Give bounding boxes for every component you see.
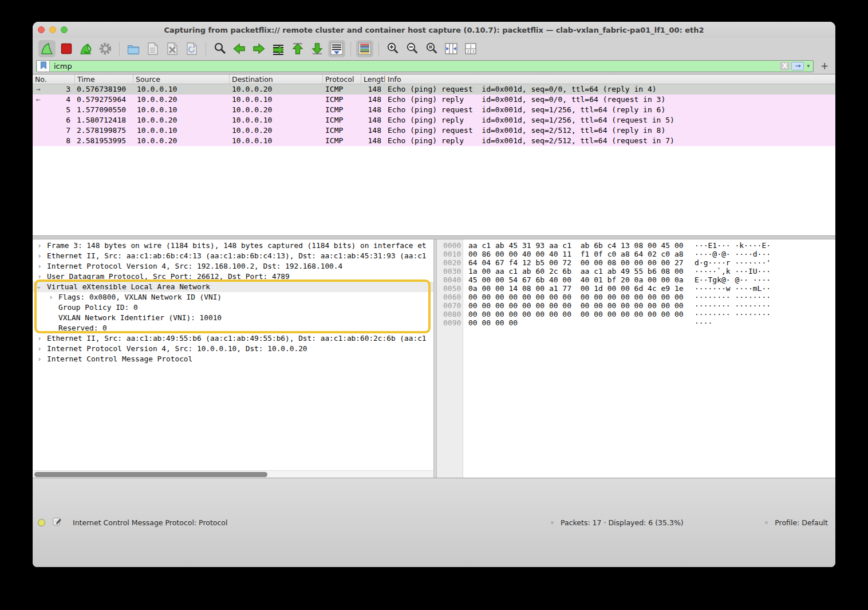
restart-capture-button[interactable] <box>77 40 94 57</box>
filter-dropdown-caret[interactable]: ▾ <box>806 63 811 69</box>
toolbar-separator <box>206 42 206 56</box>
status-profile[interactable]: Profile: Default <box>775 518 828 527</box>
expand-chevron-icon[interactable] <box>37 241 47 251</box>
detail-row[interactable]: Ethernet II, Src: aa:c1:ab:49:55:b6 (aa:… <box>33 333 433 344</box>
expand-chevron-icon[interactable] <box>37 354 47 364</box>
expand-chevron-icon[interactable] <box>37 251 47 261</box>
hex-row[interactable]: 004045 00 00 54 67 6b 40 00 40 01 bf 20 … <box>437 276 835 284</box>
hex-row[interactable]: 00500a 00 00 14 08 00 a1 77 00 1d 00 00 … <box>437 284 835 293</box>
go-back-button[interactable] <box>231 40 248 57</box>
pane-splitter-horizontal[interactable] <box>33 235 835 239</box>
binary-document-icon <box>147 42 159 56</box>
hex-row[interactable]: 0000aa c1 ab 45 31 93 aa c1 ab 6b c4 13 … <box>437 241 835 250</box>
hex-row[interactable]: 007000 00 00 00 00 00 00 00 00 00 00 00 … <box>437 301 835 310</box>
hex-row[interactable]: 009000 00 00 00···· <box>437 318 835 327</box>
zoom-window-button[interactable] <box>61 26 68 33</box>
status-separator-dot <box>551 521 554 524</box>
gear-icon <box>98 42 112 56</box>
capture-options-button[interactable] <box>97 40 114 57</box>
hex-row[interactable]: 002064 04 67 f4 12 b5 00 72 00 00 08 00 … <box>437 258 835 267</box>
hex-row[interactable]: 001000 86 00 00 40 00 40 11 f1 0f c0 a8 … <box>437 250 835 258</box>
packet-details-pane: Frame 3: 148 bytes on wire (1184 bits), … <box>33 239 433 478</box>
toolbar-separator <box>378 42 379 56</box>
arrow-down-bar-icon <box>310 42 324 56</box>
packet-row[interactable]: 3 0.576738190 10.0.0.10 10.0.0.20 ICMP 1… <box>33 84 835 95</box>
expand-chevron-icon[interactable] <box>37 333 47 344</box>
detail-row[interactable]: Virtual eXtensible Local Area Network <box>33 282 433 292</box>
details-scrollbar-thumb[interactable] <box>34 472 267 477</box>
expand-chevron-icon[interactable] <box>37 344 47 354</box>
filter-bookmark-button[interactable] <box>37 61 50 72</box>
hex-row[interactable]: 008000 00 00 00 00 00 00 00 00 00 00 00 … <box>437 310 835 318</box>
detail-row[interactable]: Flags: 0x0800, VXLAN Network ID (VNI) <box>33 292 433 302</box>
zoom-in-button[interactable] <box>384 40 401 57</box>
hex-row[interactable]: 00301a 00 aa c1 ab 60 2c 6b aa c1 ab 49 … <box>437 267 835 276</box>
layout-chooser-button[interactable]: 123 <box>462 40 479 57</box>
direction-arrow-icon <box>36 84 41 95</box>
filter-value[interactable]: icmp <box>50 62 780 70</box>
capture-comment-icon[interactable] <box>53 517 61 528</box>
column-header-time[interactable]: Time <box>74 74 133 84</box>
display-filter-input[interactable]: icmp X → ▾ <box>36 60 814 72</box>
colorize-toggle[interactable] <box>356 40 373 57</box>
column-header-no[interactable]: No. <box>33 74 74 84</box>
search-icon <box>213 42 227 56</box>
go-to-top-button[interactable] <box>289 40 306 57</box>
column-header-protocol[interactable]: Protocol <box>322 74 361 84</box>
filter-clear-button[interactable]: X <box>780 62 790 70</box>
detail-row[interactable]: Group Policy ID: 0 <box>33 302 433 313</box>
column-header-info[interactable]: Info <box>385 74 835 84</box>
expand-chevron-icon[interactable] <box>37 271 47 282</box>
detail-row[interactable]: Ethernet II, Src: aa:c1:ab:6b:c4:13 (aa:… <box>33 251 433 261</box>
svg-text:3: 3 <box>472 49 474 54</box>
packet-row[interactable]: 4 0.579275964 10.0.0.20 10.0.0.10 ICMP 1… <box>33 95 835 105</box>
wireshark-window: Capturing from packetflix:// remote clus… <box>33 22 835 567</box>
filter-add-button[interactable]: + <box>818 60 831 72</box>
detail-row[interactable]: Frame 3: 148 bytes on wire (1184 bits), … <box>33 241 433 251</box>
start-capture-button[interactable] <box>38 40 56 57</box>
packet-row[interactable]: 5 1.577090550 10.0.0.10 10.0.0.20 ICMP 1… <box>33 105 835 115</box>
layout-icon: 123 <box>464 42 478 56</box>
packet-list-empty-area <box>33 146 835 235</box>
packet-details-tree: Frame 3: 148 bytes on wire (1184 bits), … <box>33 241 433 364</box>
expand-chevron-icon[interactable] <box>37 282 47 292</box>
detail-row[interactable]: User Datagram Protocol, Src Port: 26612,… <box>33 271 433 282</box>
open-file-button[interactable] <box>125 40 142 57</box>
resize-columns-button[interactable] <box>443 40 460 57</box>
column-header-length[interactable]: Length <box>361 74 385 84</box>
column-header-source[interactable]: Source <box>133 74 229 84</box>
save-file-button[interactable] <box>144 40 161 57</box>
detail-row[interactable]: Internet Protocol Version 4, Src: 192.16… <box>33 261 433 271</box>
find-packet-button[interactable] <box>211 40 228 57</box>
zoom-reset-button[interactable] <box>423 40 440 57</box>
detail-row[interactable]: VXLAN Network Identifier (VNI): 10010 <box>33 313 433 323</box>
zoom-in-icon <box>386 42 400 56</box>
packet-row[interactable]: 6 1.580712418 10.0.0.20 10.0.0.10 ICMP 1… <box>33 115 835 125</box>
go-to-bottom-button[interactable] <box>309 40 326 57</box>
close-window-button[interactable] <box>38 26 45 33</box>
packet-row[interactable]: 8 2.581953995 10.0.0.20 10.0.0.10 ICMP 1… <box>33 136 835 146</box>
hex-row[interactable]: 006000 00 00 00 00 00 00 00 00 00 00 00 … <box>437 293 835 301</box>
detail-row[interactable]: Internet Control Message Protocol <box>33 354 433 364</box>
expert-info-icon[interactable] <box>38 519 45 526</box>
zoom-out-button[interactable] <box>404 40 421 57</box>
close-file-button[interactable] <box>164 40 181 57</box>
go-to-packet-button[interactable] <box>270 40 287 57</box>
expand-chevron-icon[interactable] <box>37 261 47 271</box>
arrow-up-bar-icon <box>291 42 305 56</box>
auto-scroll-toggle[interactable] <box>328 40 345 57</box>
stop-capture-button[interactable] <box>58 40 75 57</box>
packet-list-header: No. Time Source Destination Protocol Len… <box>33 74 835 84</box>
minimize-window-button[interactable] <box>49 26 56 33</box>
detail-row[interactable]: Internet Protocol Version 4, Src: 10.0.0… <box>33 344 433 354</box>
reload-file-button[interactable] <box>183 40 200 57</box>
go-forward-button[interactable] <box>250 40 267 57</box>
packet-row[interactable]: 7 2.578199875 10.0.0.10 10.0.0.20 ICMP 1… <box>33 125 835 136</box>
column-header-destination[interactable]: Destination <box>229 74 322 84</box>
filter-apply-button[interactable]: → <box>791 62 804 70</box>
expand-chevron-icon[interactable] <box>49 292 58 302</box>
packet-bytes-pane: 0000aa c1 ab 45 31 93 aa c1 ab 6b c4 13 … <box>437 239 835 478</box>
detail-row[interactable]: Reserved: 0 <box>33 323 433 333</box>
zoom-out-icon <box>405 42 419 56</box>
details-horizontal-scrollbar[interactable] <box>33 470 433 478</box>
